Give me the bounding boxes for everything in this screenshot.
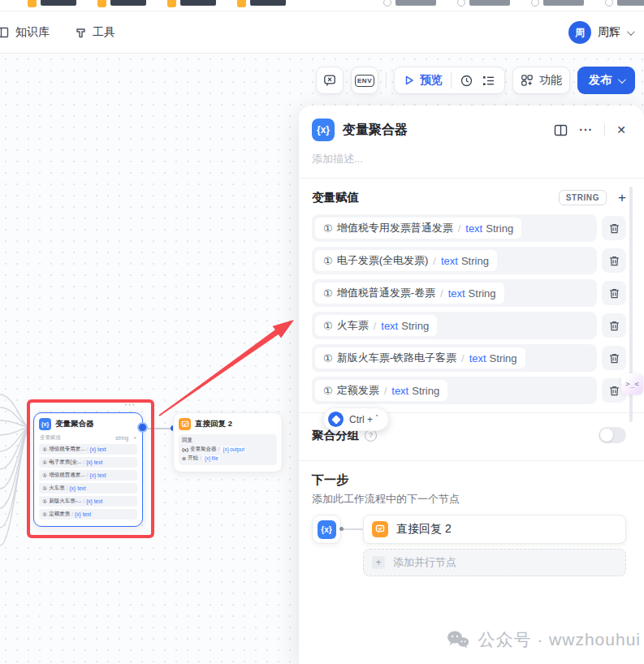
add-variable-button[interactable]: + [618, 191, 626, 205]
next-step-subtitle: 添加此工作流程中的下一个节点 [312, 492, 626, 507]
node-variable-row[interactable]: ①增值税专用发.../{x}text [39, 444, 137, 455]
next-step-title: 下一步 [312, 472, 626, 488]
variable-type-icon: ① [42, 498, 47, 505]
preview-button[interactable]: 预览 [404, 73, 443, 88]
variable-type-icon: ① [42, 459, 47, 466]
tab-icon [97, 0, 106, 7]
user-name: 周辉 [598, 25, 620, 40]
next-node-label: 直接回复 2 [396, 522, 452, 537]
clipped-tab[interactable] [237, 0, 286, 7]
x-bracket-icon: {x} [182, 447, 188, 452]
toolbar-divider [386, 72, 387, 88]
close-icon[interactable]: ✕ [616, 123, 626, 136]
output-port[interactable] [137, 422, 148, 433]
reply-section-label: 回复 [182, 437, 274, 444]
env-icon: ENV [355, 75, 374, 87]
tab-text-clipped [41, 0, 76, 6]
assistant-shortcut-pill[interactable]: Ctrl + ` [323, 407, 389, 431]
direct-reply-node[interactable]: 直接回复 2 回复 {x}变量聚合器/{x}output ⊙开始/{x}file [173, 412, 283, 472]
node-variable-row[interactable]: ①火车票/{x}text [39, 483, 137, 494]
next-node-card[interactable]: 直接回复 2 [363, 515, 626, 544]
clipped-tab[interactable] [457, 0, 510, 6]
direct-reply-icon [179, 418, 191, 430]
history-icon[interactable] [460, 74, 473, 88]
node-variable-row[interactable]: ①电子发票(全.../{x}text [39, 457, 137, 468]
header-divider [604, 123, 605, 136]
variable-type-icon: ① [323, 222, 333, 235]
user-menu[interactable]: 周 周辉 [568, 11, 633, 54]
node-plus[interactable]: + [133, 435, 136, 441]
comment-button[interactable] [316, 67, 344, 94]
split-view-icon[interactable] [554, 124, 568, 136]
add-parallel-node-button[interactable]: + 添加并行节点 [363, 549, 626, 576]
clipped-tab[interactable] [167, 0, 216, 7]
nav-label: 工具 [93, 25, 115, 40]
variable-type-icon: ① [323, 320, 333, 332]
features-grid-icon [521, 74, 534, 87]
tab-icon [167, 0, 176, 7]
type-badge: STRING [559, 190, 607, 205]
publish-button[interactable]: 发布 [577, 67, 635, 94]
delete-row-button[interactable] [602, 281, 626, 305]
delete-row-button[interactable] [602, 313, 626, 338]
more-icon[interactable]: ··· [579, 123, 593, 136]
description-placeholder[interactable]: 添加描述... [312, 152, 626, 166]
reply-ref-row[interactable]: {x}变量聚合器/{x}output [182, 445, 274, 454]
node-variable-row[interactable]: ①新版火车票-.../{x}text [39, 496, 137, 507]
divider [299, 460, 644, 461]
variable-row[interactable]: ①增值税普通发票-卷票/textString [312, 279, 626, 307]
variable-type-icon: ① [323, 255, 333, 267]
tab-icon [383, 0, 391, 6]
clipped-tab[interactable] [383, 0, 436, 6]
tab-text-clipped [617, 0, 644, 6]
node-menu-dots[interactable]: ··· [124, 399, 136, 409]
variable-type-icon: ① [323, 385, 333, 397]
features-button[interactable]: 功能 [512, 67, 570, 94]
nav-knowledge-base[interactable]: 知识库 [0, 11, 50, 54]
clipped-tab[interactable] [28, 0, 76, 7]
delete-row-button[interactable] [602, 248, 626, 273]
aggregator-node[interactable]: {x} 变量聚合器 变量赋值 string+ ①增值税专用发.../{x}tex… [33, 412, 143, 527]
tab-icon [28, 0, 37, 7]
variable-type-icon: ① [42, 472, 47, 479]
assign-section-title: 变量赋值 [312, 190, 559, 205]
node-variable-row[interactable]: ①定额发票/{x}text [39, 509, 137, 520]
chevron-down-icon [627, 28, 635, 36]
assistant-logo-icon [328, 412, 344, 427]
plus-icon: + [372, 556, 385, 569]
delete-row-button[interactable] [602, 216, 626, 240]
clipped-tab[interactable] [97, 0, 146, 7]
divider [299, 178, 644, 179]
group-toggle[interactable] [599, 427, 626, 443]
variable-type-icon: ① [323, 287, 333, 300]
env-variables-button[interactable]: ENV [351, 67, 378, 94]
variable-type-icon: ① [42, 485, 47, 492]
delete-row-button[interactable] [602, 346, 626, 370]
nav-tools[interactable]: 工具 [75, 11, 115, 54]
variable-row[interactable]: ①定额发票/textString [312, 377, 626, 404]
tab-text-clipped [110, 0, 146, 6]
clipped-tab[interactable] [605, 0, 644, 6]
clipped-tab[interactable] [531, 0, 584, 6]
variable-row[interactable]: ①电子发票(全电发票)/textString [312, 247, 626, 274]
shortcut-label: Ctrl + ` [349, 414, 378, 425]
variable-row[interactable]: ①火车票/textString [312, 312, 626, 339]
watermark: 公众号 · wwzhouhui [299, 628, 644, 651]
assistant-collapse-handle[interactable]: >_< [621, 373, 643, 395]
node-variable-row[interactable]: ①增值税普通发.../{x}text [39, 470, 137, 481]
tab-text-clipped [250, 0, 286, 6]
variable-row[interactable]: ①新版火车票-铁路电子客票/textString [312, 344, 626, 372]
node-type-label: string [115, 435, 128, 441]
tab-text-clipped [543, 0, 584, 6]
nav-label: 知识库 [15, 25, 50, 40]
reply-ref-row[interactable]: ⊙开始/{x}file [182, 454, 274, 463]
tab-icon [457, 0, 465, 6]
checklist-icon[interactable] [482, 74, 495, 88]
tab-text-clipped [469, 0, 510, 6]
hammer-icon [75, 27, 87, 39]
chevron-down-icon [618, 75, 626, 84]
variable-type-icon: ① [323, 352, 333, 364]
node-title: 直接回复 2 [195, 419, 232, 429]
comment-x-icon [323, 74, 336, 87]
variable-row[interactable]: ①增值税专用发票普通发票/textString [312, 214, 626, 242]
